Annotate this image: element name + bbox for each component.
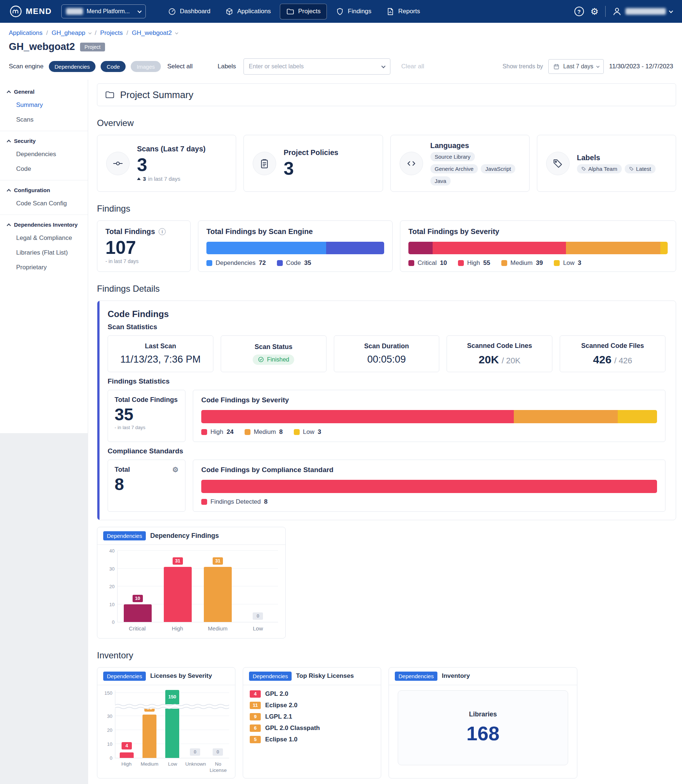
findings-by-severity-card: Total Findings by Severity Critical10 Hi… <box>400 220 676 272</box>
sidebar-section-general: General Summary Scans <box>0 82 88 131</box>
sidebar-section-configuration: Configuration Code Scan Config <box>0 180 88 215</box>
trend-range-dropdown[interactable]: Last 7 days <box>548 59 604 74</box>
nav-item-findings[interactable]: Findings <box>330 4 377 19</box>
settings-gear-icon[interactable] <box>172 466 178 473</box>
legend-swatch-high <box>201 429 207 435</box>
license-name: GPL 2.0 <box>265 690 288 698</box>
nav-item-applications[interactable]: Applications <box>219 4 277 19</box>
bar-column-medium: 31 <box>138 690 161 758</box>
list-item[interactable]: 6 GPL 2.0 Classpath <box>250 725 374 732</box>
by-severity-stacked-bar <box>408 242 668 254</box>
chevron-down-icon <box>137 9 142 13</box>
sidebar-item-code[interactable]: Code <box>0 162 88 176</box>
libraries-box[interactable]: Libraries 168 <box>398 690 568 765</box>
stat-value: 20K <box>478 353 499 366</box>
sidebar-item-scans[interactable]: Scans <box>0 112 88 127</box>
sidebar-item-dependencies[interactable]: Dependencies <box>0 147 88 162</box>
bar-column-high: 31 <box>158 551 198 622</box>
mend-logo[interactable]: MEND <box>10 5 52 18</box>
engine-pill-code[interactable]: Code <box>100 61 126 72</box>
list-item[interactable]: 5 Eclipse 1.0 <box>250 736 374 743</box>
y-tick: 30 <box>110 566 115 571</box>
findings-by-engine-card: Total Findings by Scan Engine Dependenci… <box>198 220 393 272</box>
breadcrumb-app-name[interactable]: GH_gheapp <box>51 29 85 37</box>
sidebar-section-security: Security Dependencies Code <box>0 131 88 180</box>
list-item[interactable]: 11 Eclipse 2.0 <box>250 702 374 709</box>
settings-gear-icon[interactable] <box>591 7 599 16</box>
sidebar-section-header-dependencies-inventory[interactable]: Dependencies Inventory <box>0 217 88 231</box>
sidebar-item-proprietary[interactable]: Proprietary <box>0 260 88 275</box>
platform-selector[interactable]: Mend Platform... <box>61 5 146 18</box>
mend-logo-icon <box>10 5 22 18</box>
legend-value: 8 <box>264 498 268 506</box>
sidebar-item-code-scan-config[interactable]: Code Scan Config <box>0 196 88 211</box>
help-icon[interactable] <box>574 6 584 16</box>
engine-pill-dependencies[interactable]: Dependencies <box>49 61 96 72</box>
code-findings-by-compliance-box: Code Findings by Compliance Standard Fin… <box>193 460 666 512</box>
libraries-count: 168 <box>467 722 499 745</box>
engine-pill-images[interactable]: Images <box>131 61 161 72</box>
breadcrumb-separator: / <box>46 29 48 37</box>
nav-label: Applications <box>237 8 271 15</box>
legend-label: Code <box>286 259 301 267</box>
stat-label: Scan Status <box>255 343 292 351</box>
stat-value: 426 <box>593 353 612 366</box>
nav-item-dashboard[interactable]: Dashboard <box>162 4 216 19</box>
redacted-org-name <box>66 8 83 15</box>
bar-segment-high <box>201 410 514 423</box>
bar-segment-code <box>326 242 384 254</box>
policies-count: 3 <box>284 159 338 179</box>
label-chip-text: Latest <box>636 166 651 172</box>
sidebar-section-header-security[interactable]: Security <box>0 133 88 147</box>
bar-segment-medium <box>514 410 618 423</box>
bar-segment-high <box>433 242 566 254</box>
y-tick: 20 <box>110 584 115 589</box>
info-icon[interactable] <box>159 228 166 235</box>
chevron-down-icon[interactable] <box>89 31 91 34</box>
list-item[interactable]: 4 GPL 2.0 <box>250 690 374 698</box>
dashboard-icon <box>168 7 176 16</box>
compliance-legend: Findings Detected8 <box>201 498 657 506</box>
box-title: Total Code Findings <box>115 396 178 404</box>
labels-input-wrap <box>244 58 390 75</box>
sidebar-item-summary[interactable]: Summary <box>0 98 88 112</box>
breadcrumb-applications[interactable]: Applications <box>9 29 43 37</box>
legend-value: 39 <box>536 259 543 267</box>
select-all-link[interactable]: Select all <box>167 63 193 70</box>
bar-value-label: 4 <box>121 742 132 749</box>
breadcrumb-project-name[interactable]: GH_webgoat2 <box>132 29 172 37</box>
bar-segment-low <box>618 410 657 423</box>
risky-title: Top Risky Licenses <box>296 672 354 680</box>
license-name: LGPL 2.1 <box>265 713 292 720</box>
x-axis-labels: Critical High Medium Low <box>117 625 278 632</box>
legend-value: 10 <box>440 259 447 267</box>
sidebar-section-header-configuration[interactable]: Configuration <box>0 183 88 196</box>
nav-item-projects[interactable]: Projects <box>280 4 327 19</box>
libraries-label: Libraries <box>469 711 497 718</box>
nav-item-reports[interactable]: Reports <box>380 4 426 19</box>
sidebar-section-header-general[interactable]: General <box>0 84 88 98</box>
language-chip: Java <box>430 176 451 185</box>
date-range: 11/30/2023 - 12/7/2023 <box>609 63 673 70</box>
y-tick: 10 <box>107 741 112 747</box>
chevron-down-icon[interactable] <box>175 31 178 34</box>
divider <box>605 6 606 17</box>
breadcrumb-projects[interactable]: Projects <box>100 29 123 37</box>
legend-swatch-medium <box>245 429 250 435</box>
compliance-total-box: Total 8 <box>108 460 185 512</box>
user-menu[interactable] <box>612 6 672 16</box>
legend-label: High <box>467 259 480 267</box>
trends-controls: Show trends by Last 7 days 11/30/2023 - … <box>502 59 673 74</box>
top-nav: MEND Mend Platform... Dashboard Applicat… <box>0 0 682 23</box>
chevron-down-icon[interactable] <box>381 64 385 68</box>
y-tick: 20 <box>107 727 112 733</box>
clear-all-link[interactable]: Clear all <box>402 63 424 70</box>
total-findings-card: Total Findings 107 - in last 7 days <box>97 220 191 272</box>
sidebar-item-legal-compliance[interactable]: Legal & Compliance <box>0 231 88 246</box>
labels-icon-circle <box>546 152 570 175</box>
labels-input[interactable] <box>249 63 382 70</box>
projects-folder-icon <box>286 7 295 16</box>
brand-wordmark: MEND <box>26 6 52 16</box>
sidebar-item-libraries-flat-list[interactable]: Libraries (Flat List) <box>0 246 88 260</box>
list-item[interactable]: 9 LGPL 2.1 <box>250 713 374 720</box>
